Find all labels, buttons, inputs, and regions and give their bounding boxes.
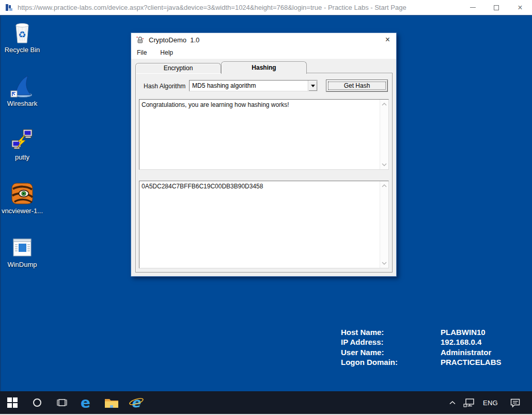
menu-file[interactable]: File <box>137 49 147 56</box>
scroll-down-icon[interactable] <box>380 259 388 267</box>
notification-icon <box>510 398 521 408</box>
minimize-button[interactable] <box>461 0 484 15</box>
host-name-value: PLABWIN10 <box>441 327 502 337</box>
cortana-button[interactable] <box>25 391 50 414</box>
user-name-value: Administrator <box>441 347 502 357</box>
browser-titlebar[interactable]: https://www.practice-labs.com/device.asp… <box>0 0 532 16</box>
plaintext-textarea[interactable]: Congratulations, you are learning how ha… <box>139 99 389 170</box>
plaintext-scrollbar[interactable] <box>380 100 388 169</box>
close-button[interactable]: × <box>508 0 532 15</box>
taskbar-tray: ENG <box>445 391 532 414</box>
practice-labs-favicon <box>5 4 13 12</box>
ip-address-label: IP Address: <box>341 337 441 347</box>
wireshark-icon <box>10 74 35 99</box>
hash-output-textarea[interactable]: 0A5DC284C7BFFB6C19C00DB3B90D3458 <box>139 181 389 268</box>
edge-icon: e <box>79 394 95 411</box>
menu-help[interactable]: Help <box>160 49 173 56</box>
desktop-icon-wireshark[interactable]: Wireshark <box>0 74 44 127</box>
hash-output-value: 0A5DC284C7BFFB6C19C00DB3B90D3458 <box>139 181 380 268</box>
cryptodemo-title: CryptoDemo 1.0 <box>149 36 199 44</box>
svg-text:♻: ♻ <box>18 30 26 40</box>
desktop-icon-label: vncviewer-1... <box>2 207 43 215</box>
cryptodemo-app-icon <box>136 36 144 44</box>
logon-domain-label: Logon Domain: <box>341 357 441 367</box>
cryptodemo-body: Encryption Hashing Hash Algorithm MD5 ha… <box>131 59 396 276</box>
scroll-up-icon[interactable] <box>380 100 388 108</box>
tab-hashing[interactable]: Hashing <box>221 61 307 74</box>
svg-text:e: e <box>81 394 90 411</box>
desktop-icon-label: Recycle Bin <box>5 46 40 54</box>
desktop-icon-vncviewer[interactable]: vncviewer-1... <box>0 181 44 235</box>
file-explorer-button[interactable] <box>99 391 124 414</box>
windump-icon <box>10 235 35 260</box>
desktop-icon-label: Wireshark <box>7 100 38 107</box>
language-label: ENG <box>483 399 498 407</box>
desktop-icon-label: WinDump <box>7 261 37 268</box>
hashing-panel: Hash Algorithm MD5 hashing algorithm Get… <box>135 73 393 273</box>
desktop-icons: ♻ Recycle Bin Wireshark <box>0 20 44 289</box>
file-explorer-icon <box>104 397 119 408</box>
ip-address-value: 192.168.0.4 <box>441 337 502 347</box>
host-info: Host Name: PLABWIN10 IP Address: 192.168… <box>341 327 502 368</box>
browser-title: https://www.practice-labs.com/device.asp… <box>18 4 406 11</box>
chevron-down-icon <box>311 85 315 89</box>
close-icon: × <box>518 4 522 12</box>
logon-domain-value: PRACTICELABS <box>441 357 502 367</box>
hash-output-scrollbar[interactable] <box>380 181 388 268</box>
action-center-button[interactable] <box>502 391 525 414</box>
window-controls: × <box>461 0 532 15</box>
wired-network-icon <box>463 398 476 408</box>
desktop-icon-putty[interactable]: putty <box>0 127 44 181</box>
hash-algorithm-select[interactable]: MD5 hashing algorithm <box>189 80 318 91</box>
scroll-up-icon[interactable] <box>380 182 388 190</box>
language-indicator[interactable]: ENG <box>479 391 502 414</box>
maximize-icon <box>494 5 499 10</box>
start-button[interactable] <box>0 391 25 414</box>
hash-algorithm-label: Hash Algorithm <box>144 83 185 90</box>
edge-button[interactable]: e <box>74 391 99 414</box>
task-view-button[interactable] <box>50 391 74 414</box>
network-status-button[interactable] <box>460 391 479 414</box>
hash-algorithm-dropdown-button[interactable] <box>308 81 317 91</box>
cryptodemo-window: CryptoDemo 1.0 × File Help Encryption Ha… <box>131 33 397 277</box>
vncviewer-icon <box>10 181 35 206</box>
desktop-icon-label: putty <box>15 153 29 161</box>
hash-algorithm-value: MD5 hashing algorithm <box>190 81 308 91</box>
desktop-icon-recycle-bin[interactable]: ♻ Recycle Bin <box>0 20 44 74</box>
desktop-icon-windump[interactable]: WinDump <box>0 235 44 289</box>
taskbar-left: e e <box>0 391 149 414</box>
host-name-label: Host Name: <box>341 327 441 337</box>
task-view-icon <box>56 398 68 407</box>
user-name-label: User Name: <box>341 347 441 357</box>
internet-explorer-icon: e <box>128 394 145 411</box>
windows-logo-icon <box>7 397 18 408</box>
tab-strip: Encryption Hashing <box>135 61 307 73</box>
cryptodemo-close-button[interactable]: × <box>384 35 392 44</box>
get-hash-button[interactable]: Get Hash <box>326 79 388 92</box>
internet-explorer-button[interactable]: e <box>124 391 149 414</box>
minimize-icon <box>470 7 476 8</box>
taskbar: e e <box>0 391 532 414</box>
scroll-down-icon[interactable] <box>380 161 388 169</box>
cortana-circle-icon <box>33 398 41 407</box>
plaintext-value: Congratulations, you are learning how ha… <box>139 100 380 169</box>
putty-icon <box>10 127 35 152</box>
cryptodemo-titlebar[interactable]: CryptoDemo 1.0 × <box>131 33 396 46</box>
tray-expand-button[interactable] <box>445 391 460 414</box>
tab-encryption[interactable]: Encryption <box>135 63 221 73</box>
cryptodemo-menubar: File Help <box>131 46 396 59</box>
recycle-bin-icon: ♻ <box>10 20 35 45</box>
maximize-button[interactable] <box>484 0 508 15</box>
desktop: ♻ Recycle Bin Wireshark <box>0 16 532 391</box>
screen: https://www.practice-labs.com/device.asp… <box>0 0 532 415</box>
chevron-up-icon <box>449 401 456 405</box>
